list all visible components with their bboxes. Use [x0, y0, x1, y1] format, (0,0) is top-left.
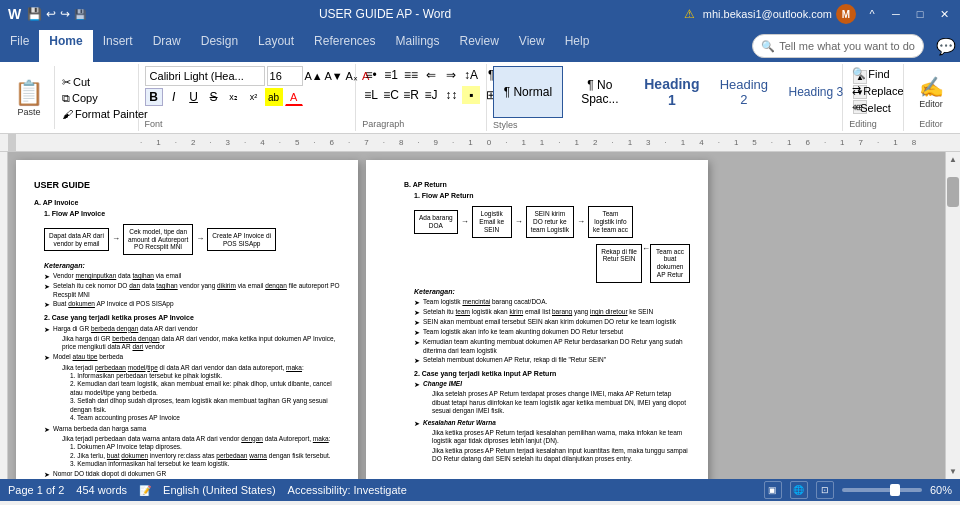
text-highlight-btn[interactable]: ab [265, 88, 283, 106]
tab-help[interactable]: Help [555, 30, 600, 62]
copy-button[interactable]: ⧉ Copy [59, 91, 151, 106]
font-color-btn[interactable]: A [285, 88, 303, 106]
print-view-btn[interactable]: ▣ [764, 481, 782, 499]
editor-button[interactable]: ✍ Editor [915, 66, 948, 117]
numbering-btn[interactable]: ≡1 [382, 66, 400, 84]
user-avatar[interactable]: M [836, 4, 856, 24]
style-heading2[interactable]: Heading 2 [709, 66, 779, 118]
comment-icon[interactable]: 💬 [936, 37, 956, 56]
paste-button[interactable]: 📋 Paste [8, 66, 50, 129]
main-area: USER GUIDE A. AP Invoice 1. Flow AP Invo… [0, 152, 960, 479]
bullets-btn[interactable]: ≡• [362, 66, 380, 84]
select-button[interactable]: ⌖ Select [849, 100, 906, 115]
left-sidebar [0, 152, 8, 479]
flow-ap-invoice: Dapat data AR darivendor by email → Cek … [44, 224, 340, 255]
tab-layout[interactable]: Layout [248, 30, 304, 62]
return-bullet-5: ➤ Kemudian team akunting membuat dokumen… [414, 338, 690, 355]
zoom-slider[interactable] [842, 488, 922, 492]
editing-group-label: Editing [849, 117, 877, 129]
tab-file[interactable]: File [0, 30, 39, 62]
superscript-btn[interactable]: x² [245, 88, 263, 106]
italic-button[interactable]: I [165, 88, 183, 106]
close-btn[interactable]: ✕ [936, 6, 952, 22]
multilevel-btn[interactable]: ≡≡ [402, 66, 420, 84]
font-name-select[interactable] [145, 66, 265, 86]
search-icon: 🔍 [761, 40, 775, 53]
align-left-btn[interactable]: ≡L [362, 86, 380, 104]
bold-button[interactable]: B [145, 88, 163, 106]
justify-btn[interactable]: ≡J [422, 86, 440, 104]
cut-button[interactable]: ✂ Cut [59, 75, 151, 90]
bullet-1-3: ➤ Buat dokumen AP Invoice di POS SISApp [44, 300, 340, 309]
scroll-track[interactable] [946, 167, 960, 464]
line-spacing-btn[interactable]: ↕↕ [442, 86, 460, 104]
shading-btn[interactable]: ▪ [462, 86, 480, 104]
sublist-2: 1. Informasikan perbedaan tersebut ke pi… [70, 372, 340, 423]
page-2: B. AP Return 1. Flow AP Return Ada baran… [366, 160, 708, 479]
titlebar: W 💾 ↩ ↪ 💾 USER GUIDE AP - Word ⚠ mhi.bek… [0, 0, 960, 28]
font-increase-btn[interactable]: A▲ [305, 67, 323, 85]
font-decrease-btn[interactable]: A▼ [325, 67, 343, 85]
right-scrollbar[interactable]: ▲ ▼ [945, 152, 960, 479]
font-group-label: Font [145, 117, 163, 129]
sort-btn[interactable]: ↕A [462, 66, 480, 84]
tab-view[interactable]: View [509, 30, 555, 62]
paste-label: Paste [17, 107, 40, 117]
autosave-icon: 💾 [74, 9, 86, 20]
page-info[interactable]: Page 1 of 2 [8, 484, 64, 496]
align-center-btn[interactable]: ≡C [382, 86, 400, 104]
style-normal[interactable]: ¶ Normal [493, 66, 563, 118]
zoom-level[interactable]: 60% [930, 484, 952, 496]
scroll-up-btn[interactable]: ▲ [946, 152, 961, 167]
statusbar: Page 1 of 2 454 words 📝 English (United … [0, 479, 960, 501]
keterangan-return: Keterangan: ➤ Team logistik mencintai ba… [414, 287, 690, 365]
case-bullet-1: ➤ Harga di GR berbeda dengan data AR dar… [44, 325, 340, 334]
subscript-btn[interactable]: x₂ [225, 88, 243, 106]
style-heading3[interactable]: Heading 3 [781, 66, 851, 118]
undo-icon[interactable]: ↩ [46, 7, 56, 21]
style-no-spacing[interactable]: ¶ No Spac... [565, 66, 635, 118]
tab-design[interactable]: Design [191, 30, 248, 62]
ribbon-tabs: File Home Insert Draw Design Layout Refe… [0, 28, 960, 62]
scroll-thumb[interactable] [947, 177, 959, 207]
font-group: A▲ A▼ Aₓ A B I U S x₂ x² ab A Font [141, 64, 357, 131]
clear-format-btn[interactable]: Aₓ [345, 67, 359, 85]
strikethrough-btn[interactable]: S [205, 88, 223, 106]
editor-group: ✍ Editor Editor [906, 64, 956, 131]
format-painter-button[interactable]: 🖌 Format Painter [59, 107, 151, 121]
tab-home[interactable]: Home [39, 30, 92, 62]
tab-insert[interactable]: Insert [93, 30, 143, 62]
focus-view-btn[interactable]: ⊡ [816, 481, 834, 499]
maximize-btn[interactable]: □ [912, 6, 928, 22]
find-button[interactable]: 🔍 Find [849, 66, 906, 81]
font-size-select[interactable] [267, 66, 303, 86]
underline-button[interactable]: U [185, 88, 203, 106]
flowchart-ap-return-container: Ada barangDOA → LogistikEmail keSEIN → S… [414, 206, 690, 283]
subsection-b2: 2. Case yang terjadi ketika input AP Ret… [414, 369, 690, 463]
document-area[interactable]: USER GUIDE A. AP Invoice 1. Flow AP Invo… [8, 152, 945, 479]
align-right-btn[interactable]: ≡R [402, 86, 420, 104]
tab-review[interactable]: Review [450, 30, 509, 62]
save-icon[interactable]: 💾 [27, 7, 42, 21]
tab-references[interactable]: References [304, 30, 385, 62]
accessibility[interactable]: Accessibility: Investigate [288, 484, 407, 496]
copy-icon: ⧉ [62, 92, 70, 105]
web-view-btn[interactable]: 🌐 [790, 481, 808, 499]
decrease-indent-btn[interactable]: ⇐ [422, 66, 440, 84]
ribbon-search[interactable]: 🔍 Tell me what you want to do [752, 34, 924, 58]
style-heading1[interactable]: Heading 1 [637, 66, 707, 118]
tab-mailings[interactable]: Mailings [385, 30, 449, 62]
scroll-down-btn[interactable]: ▼ [946, 464, 961, 479]
keterangan-return-title: Keterangan: [414, 287, 690, 296]
format-painter-icon: 🖌 [62, 108, 73, 120]
word-count[interactable]: 454 words [76, 484, 127, 496]
ribbon-collapse-btn[interactable]: ^ [864, 6, 880, 22]
redo-icon[interactable]: ↪ [60, 7, 70, 21]
language[interactable]: English (United States) [163, 484, 276, 496]
tab-draw[interactable]: Draw [143, 30, 191, 62]
replace-icon: ⇄ [852, 84, 861, 97]
replace-button[interactable]: ⇄ Replace [849, 83, 906, 98]
increase-indent-btn[interactable]: ⇒ [442, 66, 460, 84]
minimize-btn[interactable]: ─ [888, 6, 904, 22]
style-heading2-label: Heading 2 [716, 77, 772, 107]
